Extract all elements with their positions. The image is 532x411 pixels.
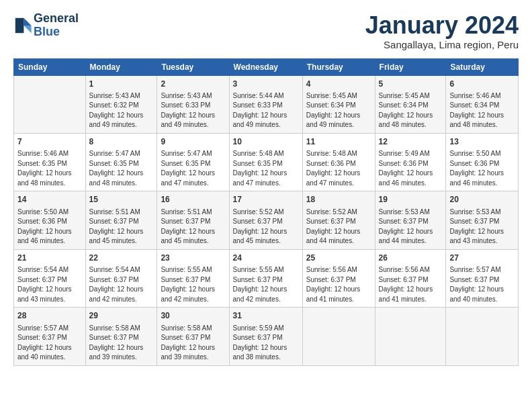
- calendar-cell: 4Sunrise: 5:45 AMSunset: 6:34 PMDaylight…: [302, 75, 375, 133]
- day-info: Sunrise: 5:52 AM: [233, 208, 299, 218]
- day-info: Daylight: 12 hours: [379, 111, 443, 121]
- day-info: Sunset: 6:35 PM: [89, 159, 154, 169]
- day-info: Sunset: 6:34 PM: [379, 101, 443, 111]
- calendar-cell: 31Sunrise: 5:59 AMSunset: 6:37 PMDayligh…: [229, 308, 302, 365]
- day-number: 21: [17, 253, 82, 264]
- calendar-cell: 7Sunrise: 5:46 AMSunset: 6:35 PMDaylight…: [14, 133, 86, 191]
- calendar-cell: 5Sunrise: 5:45 AMSunset: 6:34 PMDaylight…: [375, 75, 446, 133]
- calendar-cell: 26Sunrise: 5:56 AMSunset: 6:37 PMDayligh…: [375, 249, 446, 307]
- calendar-cell: 18Sunrise: 5:52 AMSunset: 6:37 PMDayligh…: [302, 191, 375, 249]
- calendar-row: 1Sunrise: 5:43 AMSunset: 6:32 PMDaylight…: [14, 75, 519, 133]
- calendar-cell: 27Sunrise: 5:57 AMSunset: 6:37 PMDayligh…: [446, 249, 519, 307]
- col-header-tuesday: Tuesday: [157, 58, 229, 75]
- day-number: 5: [379, 79, 443, 90]
- day-info: and 48 minutes.: [89, 179, 154, 189]
- day-info: and 49 minutes.: [89, 120, 154, 130]
- day-info: Daylight: 12 hours: [449, 169, 515, 179]
- day-number: 29: [89, 310, 154, 322]
- day-number: 16: [161, 194, 225, 205]
- calendar-cell: 17Sunrise: 5:52 AMSunset: 6:37 PMDayligh…: [229, 191, 302, 249]
- day-number: 20: [449, 194, 515, 205]
- day-info: and 42 minutes.: [161, 295, 225, 305]
- day-info: Sunrise: 5:44 AM: [233, 91, 299, 101]
- day-info: Sunset: 6:32 PM: [89, 101, 154, 111]
- day-info: Daylight: 12 hours: [449, 285, 515, 295]
- day-info: Sunrise: 5:57 AM: [17, 324, 82, 334]
- day-info: Daylight: 12 hours: [161, 227, 225, 237]
- day-info: Sunset: 6:37 PM: [89, 217, 154, 227]
- day-info: Sunrise: 5:51 AM: [161, 208, 225, 218]
- day-info: Sunrise: 5:54 AM: [89, 265, 154, 275]
- day-number: 6: [449, 79, 515, 90]
- header-row: SundayMondayTuesdayWednesdayThursdayFrid…: [14, 58, 519, 75]
- day-info: Sunset: 6:35 PM: [161, 159, 225, 169]
- day-number: 12: [379, 136, 443, 148]
- calendar-cell: 11Sunrise: 5:48 AMSunset: 6:36 PMDayligh…: [302, 133, 375, 191]
- day-info: Daylight: 12 hours: [233, 227, 299, 237]
- day-number: 30: [161, 310, 225, 322]
- day-info: Sunset: 6:36 PM: [306, 159, 371, 169]
- day-number: 24: [233, 253, 299, 264]
- day-info: Sunrise: 5:51 AM: [89, 208, 154, 218]
- day-info: Sunrise: 5:52 AM: [306, 208, 371, 218]
- day-number: 25: [306, 253, 371, 264]
- day-info: and 48 minutes.: [17, 179, 82, 189]
- day-info: Sunrise: 5:47 AM: [89, 149, 154, 159]
- calendar-cell: 20Sunrise: 5:53 AMSunset: 6:37 PMDayligh…: [446, 191, 519, 249]
- day-info: Daylight: 12 hours: [233, 111, 299, 121]
- day-info: and 46 minutes.: [449, 179, 515, 189]
- day-info: Sunrise: 5:54 AM: [17, 265, 82, 275]
- calendar-cell: 13Sunrise: 5:50 AMSunset: 6:36 PMDayligh…: [446, 133, 519, 191]
- calendar-cell: [375, 308, 446, 365]
- day-info: Sunrise: 5:53 AM: [379, 208, 443, 218]
- day-info: and 40 minutes.: [17, 353, 82, 363]
- day-info: and 45 minutes.: [161, 236, 225, 246]
- day-info: Sunset: 6:37 PM: [233, 275, 299, 285]
- day-number: 18: [306, 194, 371, 205]
- day-info: Sunrise: 5:47 AM: [161, 149, 225, 159]
- day-info: Sunrise: 5:46 AM: [449, 91, 515, 101]
- calendar-row: 7Sunrise: 5:46 AMSunset: 6:35 PMDaylight…: [14, 133, 519, 191]
- day-info: and 47 minutes.: [306, 179, 371, 189]
- day-info: Sunrise: 5:48 AM: [306, 149, 371, 159]
- day-info: Sunset: 6:37 PM: [89, 333, 154, 343]
- day-number: 13: [449, 136, 515, 148]
- day-info: Sunrise: 5:58 AM: [161, 324, 225, 334]
- day-number: 31: [233, 310, 299, 322]
- day-info: and 43 minutes.: [449, 236, 515, 246]
- day-info: Daylight: 12 hours: [379, 169, 443, 179]
- col-header-wednesday: Wednesday: [229, 58, 302, 75]
- subtitle: Sangallaya, Lima region, Peru: [365, 39, 519, 50]
- day-info: Sunrise: 5:57 AM: [449, 265, 515, 275]
- day-info: and 48 minutes.: [449, 120, 515, 130]
- calendar-cell: 25Sunrise: 5:56 AMSunset: 6:37 PMDayligh…: [302, 249, 375, 307]
- day-info: Sunset: 6:36 PM: [379, 159, 443, 169]
- day-info: Daylight: 12 hours: [306, 169, 371, 179]
- day-info: and 46 minutes.: [17, 236, 82, 246]
- day-number: 1: [89, 79, 154, 90]
- day-info: Sunset: 6:37 PM: [161, 217, 225, 227]
- day-info: Daylight: 12 hours: [17, 343, 82, 353]
- day-info: Daylight: 12 hours: [17, 227, 82, 237]
- day-info: Sunrise: 5:56 AM: [306, 265, 371, 275]
- day-info: and 42 minutes.: [89, 295, 154, 305]
- day-number: 17: [233, 194, 299, 205]
- day-info: Sunset: 6:34 PM: [306, 101, 371, 111]
- col-header-friday: Friday: [375, 58, 446, 75]
- day-info: and 42 minutes.: [233, 295, 299, 305]
- month-title: January 2024: [365, 12, 519, 39]
- day-info: Daylight: 12 hours: [89, 169, 154, 179]
- day-info: Sunrise: 5:46 AM: [17, 149, 82, 159]
- day-info: Sunset: 6:37 PM: [17, 333, 82, 343]
- calendar-cell: 2Sunrise: 5:43 AMSunset: 6:33 PMDaylight…: [157, 75, 229, 133]
- day-info: Daylight: 12 hours: [161, 111, 225, 121]
- col-header-saturday: Saturday: [446, 58, 519, 75]
- calendar-cell: 29Sunrise: 5:58 AMSunset: 6:37 PMDayligh…: [85, 308, 157, 365]
- day-number: 14: [17, 194, 82, 205]
- day-info: Sunset: 6:33 PM: [233, 101, 299, 111]
- day-info: and 39 minutes.: [161, 353, 225, 363]
- day-info: Daylight: 12 hours: [449, 111, 515, 121]
- day-info: Sunrise: 5:58 AM: [89, 324, 154, 334]
- logo-icon: [13, 16, 32, 35]
- day-info: Daylight: 12 hours: [17, 285, 82, 295]
